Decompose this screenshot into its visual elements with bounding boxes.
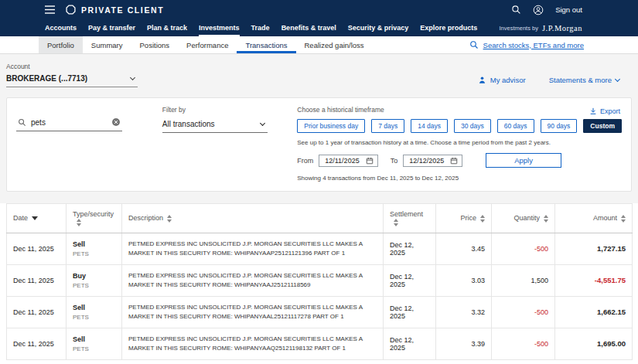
- transaction-date: Dec 11, 2025: [7, 328, 67, 359]
- column-header-date[interactable]: Date: [7, 204, 67, 233]
- top-bar: PRIVATE CLIENT Sign out: [0, 0, 638, 19]
- chevron-down-icon: [615, 76, 620, 81]
- timeframe-buttons: Prior business day7 days14 days30 days60…: [297, 119, 622, 133]
- transactions-search-input[interactable]: [31, 118, 107, 127]
- nav-item-accounts[interactable]: Accounts: [45, 19, 77, 36]
- to-label: To: [391, 157, 398, 165]
- timeframe-90-days[interactable]: 90 days: [541, 119, 578, 133]
- transaction-type-filter-dropdown[interactable]: All transactions: [162, 119, 268, 133]
- timeframe-prior-business-day[interactable]: Prior business day: [297, 119, 365, 133]
- transaction-row[interactable]: Dec 11, 2025 Buy PETS PETMED EXPRESS INC…: [7, 264, 633, 296]
- chevron-down-icon: [130, 74, 135, 80]
- sortable-icon: [621, 215, 626, 223]
- transactions-filter-card: Export Filter by All transactions: [6, 97, 632, 192]
- transaction-row[interactable]: Dec 11, 2025 Sell PETS PETMED EXPRESS IN…: [7, 296, 633, 328]
- to-date-input[interactable]: 12/12/2025: [403, 155, 462, 167]
- timeframe-14-days[interactable]: 14 days: [411, 119, 448, 133]
- timeframe-heading: Choose a historical timeframe: [297, 106, 622, 114]
- investments-tab-bar: PortfolioSummaryPositionsPerformanceTran…: [0, 36, 638, 54]
- clear-search-icon[interactable]: [111, 117, 121, 127]
- transactions-search-field: [16, 116, 122, 131]
- from-date-input[interactable]: 12/11/2025: [319, 155, 377, 167]
- transaction-date: Dec 11, 2025: [7, 233, 67, 264]
- column-header-type-security[interactable]: Type/security: [67, 204, 122, 233]
- sign-out-link[interactable]: Sign out: [555, 5, 582, 14]
- account-label: Account: [6, 63, 138, 70]
- transaction-quantity: -500: [492, 328, 555, 359]
- nav-item-explore-products[interactable]: Explore products: [420, 19, 477, 36]
- timeframe-60-days[interactable]: 60 days: [497, 119, 534, 133]
- download-icon: [589, 107, 597, 115]
- menu-icon[interactable]: [45, 5, 55, 14]
- transaction-settlement: Dec 12, 2025: [384, 328, 436, 359]
- my-advisor-link[interactable]: My advisor: [478, 76, 526, 84]
- transaction-type-security: Buy PETS: [67, 264, 122, 296]
- brand-home-link[interactable]: PRIVATE CLIENT: [66, 5, 164, 15]
- transaction-price: 3.03: [436, 264, 492, 296]
- column-header-settlement[interactable]: Settlement: [384, 204, 436, 233]
- nav-item-security-privacy[interactable]: Security & privacy: [348, 19, 409, 36]
- tab-summary[interactable]: Summary: [83, 36, 131, 53]
- export-link[interactable]: Export: [589, 107, 620, 115]
- search-icon[interactable]: [511, 5, 521, 15]
- column-header-amount[interactable]: Amount: [555, 204, 633, 233]
- calendar-icon: [366, 157, 374, 165]
- transaction-description: PETMED EXPRESS INC UNSOLICITED J.P. MORG…: [122, 264, 384, 296]
- transaction-type-security: Sell PETS: [67, 328, 122, 359]
- transaction-quantity: 1,500: [492, 264, 555, 296]
- timeframe-7-days[interactable]: 7 days: [371, 119, 404, 133]
- transaction-amount: -4,551.75: [555, 264, 633, 296]
- transactions-table: DateType/securityDescriptionSettlementPr…: [6, 203, 633, 360]
- search-icon: [469, 40, 479, 49]
- transaction-type-security: Sell PETS: [67, 296, 122, 328]
- transaction-type-security: Sell PETS: [67, 233, 122, 264]
- tab-positions[interactable]: Positions: [131, 36, 179, 53]
- brand-name: PRIVATE CLIENT: [81, 5, 164, 15]
- apply-button[interactable]: Apply: [486, 153, 561, 168]
- nav-item-benefits-travel[interactable]: Benefits & travel: [281, 19, 336, 36]
- account-row: Account BROKERAGE (...7713) My advisor S…: [0, 54, 638, 87]
- column-header-price[interactable]: Price: [436, 204, 492, 233]
- from-label: From: [297, 157, 313, 165]
- search-stocks-link[interactable]: Search stocks, ETFs and more: [469, 36, 584, 53]
- timeframe-30-days[interactable]: 30 days: [454, 119, 491, 133]
- transaction-settlement: Dec 12, 2025: [384, 296, 436, 328]
- transaction-amount: 1,662.15: [555, 296, 633, 328]
- nav-item-plan-track[interactable]: Plan & track: [147, 19, 187, 36]
- calendar-icon: [450, 157, 458, 165]
- transaction-row[interactable]: Dec 11, 2025 Sell PETS PETMED EXPRESS IN…: [7, 233, 633, 264]
- transaction-row[interactable]: Dec 11, 2025 Sell PETS PETMED EXPRESS IN…: [7, 328, 633, 359]
- transaction-price: 3.39: [436, 328, 492, 359]
- transaction-description: PETMED EXPRESS INC UNSOLICITED J.P. MORG…: [122, 328, 384, 359]
- account-selector[interactable]: BROKERAGE (...7713): [6, 74, 138, 87]
- transaction-price: 3.32: [436, 296, 492, 328]
- primary-nav-bar: AccountsPay & transferPlan & trackInvest…: [0, 19, 638, 36]
- nav-item-investments[interactable]: Investments: [199, 19, 240, 36]
- transaction-quantity: -500: [492, 296, 555, 328]
- investments-by-brand: Investments by J.P.Morgan: [499, 19, 582, 36]
- chevron-down-icon: [260, 120, 265, 125]
- transaction-description: PETMED EXPRESS INC UNSOLICITED J.P. MORG…: [122, 296, 384, 328]
- column-header-description[interactable]: Description: [122, 204, 384, 233]
- nav-item-trade[interactable]: Trade: [251, 19, 270, 36]
- profile-icon[interactable]: [533, 5, 544, 15]
- search-icon: [18, 118, 26, 127]
- transaction-amount: 1,695.00: [555, 328, 633, 359]
- tab-realized-gain-loss[interactable]: Realized gain/loss: [296, 36, 373, 53]
- transaction-settlement: Dec 12, 2025: [384, 264, 436, 296]
- tab-portfolio[interactable]: Portfolio: [39, 36, 83, 53]
- tab-performance[interactable]: Performance: [178, 36, 237, 53]
- tab-transactions[interactable]: Transactions: [237, 36, 295, 53]
- advisor-person-icon: [478, 76, 486, 84]
- page-content: Account BROKERAGE (...7713) My advisor S…: [0, 54, 638, 364]
- sortable-icon: [544, 215, 548, 223]
- table-header-row: DateType/securityDescriptionSettlementPr…: [7, 204, 633, 233]
- timeframe-custom[interactable]: Custom: [583, 119, 622, 133]
- transaction-price: 3.45: [436, 233, 492, 264]
- transaction-date: Dec 11, 2025: [7, 264, 67, 296]
- jpm-octagon-logo-icon: [66, 5, 76, 15]
- column-header-quantity[interactable]: Quantity: [492, 204, 555, 233]
- timeframe-note: See up to 1 year of transaction history …: [297, 139, 622, 146]
- nav-item-pay-transfer[interactable]: Pay & transfer: [88, 19, 135, 36]
- statements-and-more-link[interactable]: Statements & more: [549, 76, 619, 84]
